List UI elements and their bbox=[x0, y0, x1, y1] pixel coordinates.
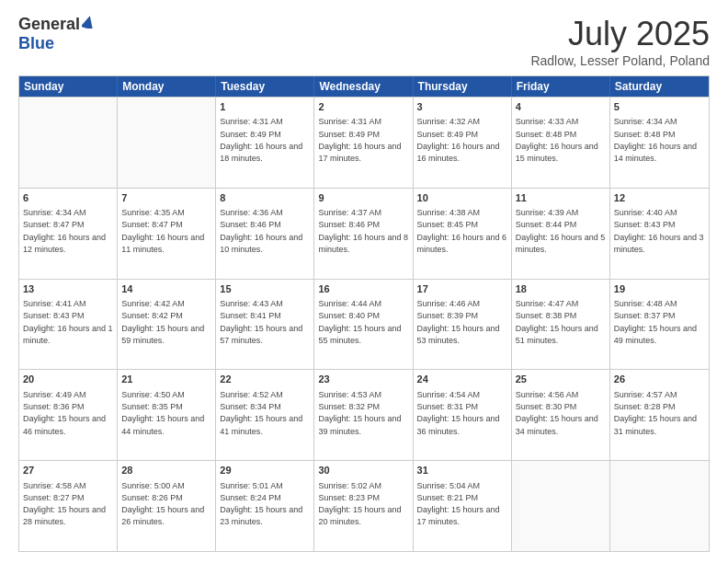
calendar-row-0: 1Sunrise: 4:31 AMSunset: 8:49 PMDaylight… bbox=[19, 97, 709, 188]
day-cell-11: 11Sunrise: 4:39 AMSunset: 8:44 PMDayligh… bbox=[512, 189, 610, 279]
day-number: 6 bbox=[23, 191, 113, 205]
day-number: 14 bbox=[121, 282, 211, 296]
day-number: 13 bbox=[23, 282, 113, 296]
header: General Blue July 2025 Radlow, Lesser Po… bbox=[18, 15, 710, 68]
daylight-text: Daylight: 15 hours and 44 minutes. bbox=[121, 414, 204, 435]
sunrise-text: Sunrise: 4:56 AM bbox=[516, 390, 579, 399]
sunrise-text: Sunrise: 4:31 AM bbox=[318, 117, 381, 126]
day-number: 4 bbox=[516, 100, 606, 114]
daylight-text: Daylight: 15 hours and 26 minutes. bbox=[121, 505, 204, 526]
day-cell-20: 20Sunrise: 4:49 AMSunset: 8:36 PMDayligh… bbox=[19, 370, 118, 460]
weekday-tuesday: Tuesday bbox=[216, 76, 314, 97]
day-number: 27 bbox=[23, 464, 113, 477]
day-cell-6: 6Sunrise: 4:34 AMSunset: 8:47 PMDaylight… bbox=[19, 189, 118, 279]
day-number: 11 bbox=[516, 191, 606, 205]
day-cell-22: 22Sunrise: 4:52 AMSunset: 8:34 PMDayligh… bbox=[216, 370, 314, 460]
sunset-text: Sunset: 8:36 PM bbox=[23, 402, 85, 411]
calendar-header: Sunday Monday Tuesday Wednesday Thursday… bbox=[19, 76, 709, 97]
day-cell-9: 9Sunrise: 4:37 AMSunset: 8:46 PMDaylight… bbox=[314, 189, 413, 279]
sunrise-text: Sunrise: 4:36 AM bbox=[220, 208, 283, 217]
day-cell-29: 29Sunrise: 5:01 AMSunset: 8:24 PMDayligh… bbox=[216, 461, 314, 551]
sunset-text: Sunset: 8:46 PM bbox=[318, 220, 380, 229]
sunrise-text: Sunrise: 4:53 AM bbox=[318, 390, 381, 399]
sunrise-text: Sunrise: 5:04 AM bbox=[417, 481, 481, 490]
day-cell-16: 16Sunrise: 4:44 AMSunset: 8:40 PMDayligh… bbox=[314, 280, 413, 370]
daylight-text: Daylight: 16 hours and 11 minutes. bbox=[121, 233, 204, 254]
weekday-friday: Friday bbox=[512, 76, 610, 97]
day-cell-23: 23Sunrise: 4:53 AMSunset: 8:32 PMDayligh… bbox=[314, 370, 413, 460]
day-cell-28: 28Sunrise: 5:00 AMSunset: 8:26 PMDayligh… bbox=[118, 461, 216, 551]
daylight-text: Daylight: 16 hours and 3 minutes. bbox=[614, 233, 704, 254]
day-number: 19 bbox=[614, 282, 705, 296]
day-number: 31 bbox=[417, 464, 507, 477]
month-title: July 2025 bbox=[530, 15, 710, 53]
empty-cell bbox=[610, 461, 709, 551]
sunrise-text: Sunrise: 4:54 AM bbox=[417, 390, 481, 399]
daylight-text: Daylight: 15 hours and 23 minutes. bbox=[220, 505, 302, 526]
day-cell-10: 10Sunrise: 4:38 AMSunset: 8:45 PMDayligh… bbox=[414, 189, 512, 279]
daylight-text: Daylight: 15 hours and 53 minutes. bbox=[417, 324, 500, 345]
weekday-sunday: Sunday bbox=[19, 76, 118, 97]
daylight-text: Daylight: 16 hours and 12 minutes. bbox=[23, 233, 106, 254]
day-number: 20 bbox=[23, 373, 113, 386]
sunset-text: Sunset: 8:38 PM bbox=[516, 311, 577, 320]
day-cell-26: 26Sunrise: 4:57 AMSunset: 8:28 PMDayligh… bbox=[610, 370, 709, 460]
day-number: 5 bbox=[614, 100, 705, 114]
day-number: 23 bbox=[318, 373, 408, 386]
sunset-text: Sunset: 8:37 PM bbox=[614, 311, 676, 320]
daylight-text: Daylight: 16 hours and 17 minutes. bbox=[318, 142, 401, 163]
daylight-text: Daylight: 16 hours and 16 minutes. bbox=[417, 142, 500, 163]
sunrise-text: Sunrise: 4:40 AM bbox=[614, 208, 677, 217]
weekday-thursday: Thursday bbox=[414, 76, 512, 97]
sunset-text: Sunset: 8:34 PM bbox=[220, 402, 281, 411]
daylight-text: Daylight: 15 hours and 39 minutes. bbox=[318, 414, 401, 435]
day-cell-8: 8Sunrise: 4:36 AMSunset: 8:46 PMDaylight… bbox=[216, 189, 314, 279]
empty-cell bbox=[118, 98, 216, 188]
calendar-body: 1Sunrise: 4:31 AMSunset: 8:49 PMDaylight… bbox=[19, 97, 709, 551]
sunrise-text: Sunrise: 4:35 AM bbox=[121, 208, 185, 217]
day-cell-25: 25Sunrise: 4:56 AMSunset: 8:30 PMDayligh… bbox=[512, 370, 610, 460]
svg-marker-0 bbox=[82, 16, 95, 29]
daylight-text: Daylight: 15 hours and 20 minutes. bbox=[318, 505, 401, 526]
daylight-text: Daylight: 16 hours and 15 minutes. bbox=[516, 142, 598, 163]
sunset-text: Sunset: 8:24 PM bbox=[220, 493, 281, 502]
sunrise-text: Sunrise: 4:43 AM bbox=[220, 299, 283, 308]
daylight-text: Daylight: 16 hours and 10 minutes. bbox=[220, 233, 302, 254]
calendar-row-4: 27Sunrise: 4:58 AMSunset: 8:27 PMDayligh… bbox=[19, 460, 709, 551]
sunrise-text: Sunrise: 4:44 AM bbox=[318, 299, 381, 308]
page: General Blue July 2025 Radlow, Lesser Po… bbox=[0, 0, 728, 563]
day-number: 22 bbox=[220, 373, 310, 386]
sunrise-text: Sunrise: 4:32 AM bbox=[417, 117, 481, 126]
day-number: 12 bbox=[614, 191, 705, 205]
day-cell-21: 21Sunrise: 4:50 AMSunset: 8:35 PMDayligh… bbox=[118, 370, 216, 460]
day-cell-24: 24Sunrise: 4:54 AMSunset: 8:31 PMDayligh… bbox=[414, 370, 512, 460]
empty-cell bbox=[19, 98, 118, 188]
day-cell-14: 14Sunrise: 4:42 AMSunset: 8:42 PMDayligh… bbox=[118, 280, 216, 370]
logo: General Blue bbox=[18, 15, 95, 53]
sunrise-text: Sunrise: 5:02 AM bbox=[318, 481, 381, 490]
day-cell-1: 1Sunrise: 4:31 AMSunset: 8:49 PMDaylight… bbox=[216, 98, 314, 188]
sunrise-text: Sunrise: 4:42 AM bbox=[121, 299, 185, 308]
daylight-text: Daylight: 15 hours and 36 minutes. bbox=[417, 414, 500, 435]
daylight-text: Daylight: 16 hours and 14 minutes. bbox=[614, 142, 697, 163]
sunset-text: Sunset: 8:47 PM bbox=[121, 220, 183, 229]
day-cell-2: 2Sunrise: 4:31 AMSunset: 8:49 PMDaylight… bbox=[314, 98, 413, 188]
day-number: 17 bbox=[417, 282, 507, 296]
sunrise-text: Sunrise: 4:39 AM bbox=[516, 208, 579, 217]
day-cell-15: 15Sunrise: 4:43 AMSunset: 8:41 PMDayligh… bbox=[216, 280, 314, 370]
daylight-text: Daylight: 15 hours and 49 minutes. bbox=[614, 324, 697, 345]
sunset-text: Sunset: 8:49 PM bbox=[318, 130, 380, 139]
day-number: 2 bbox=[318, 100, 408, 114]
day-cell-13: 13Sunrise: 4:41 AMSunset: 8:43 PMDayligh… bbox=[19, 280, 118, 370]
sunrise-text: Sunrise: 4:34 AM bbox=[23, 208, 86, 217]
day-cell-5: 5Sunrise: 4:34 AMSunset: 8:48 PMDaylight… bbox=[610, 98, 709, 188]
sunset-text: Sunset: 8:46 PM bbox=[220, 220, 281, 229]
sunrise-text: Sunrise: 4:48 AM bbox=[614, 299, 677, 308]
daylight-text: Daylight: 15 hours and 51 minutes. bbox=[516, 324, 598, 345]
sunrise-text: Sunrise: 5:01 AM bbox=[220, 481, 283, 490]
sunrise-text: Sunrise: 4:46 AM bbox=[417, 299, 481, 308]
daylight-text: Daylight: 15 hours and 57 minutes. bbox=[220, 324, 302, 345]
daylight-text: Daylight: 16 hours and 18 minutes. bbox=[220, 142, 302, 163]
sunset-text: Sunset: 8:23 PM bbox=[318, 493, 380, 502]
day-number: 24 bbox=[417, 373, 507, 386]
